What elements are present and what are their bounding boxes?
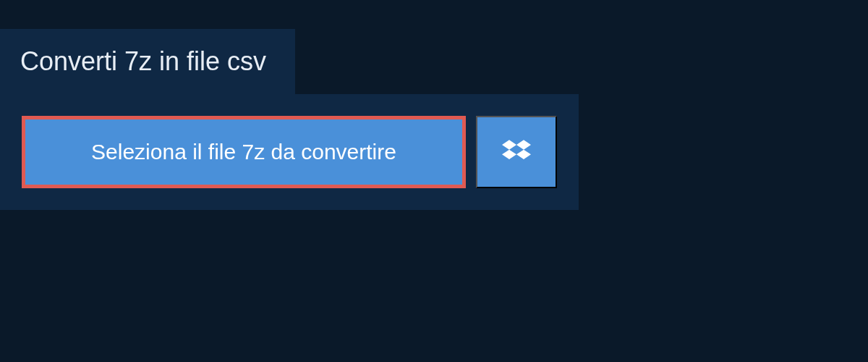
upload-panel: Seleziona il file 7z da convertire bbox=[0, 94, 579, 210]
tab-header: Converti 7z in file csv bbox=[0, 29, 295, 94]
dropbox-button[interactable] bbox=[476, 116, 557, 188]
select-file-label: Seleziona il file 7z da convertire bbox=[91, 140, 396, 164]
select-file-button[interactable]: Seleziona il file 7z da convertire bbox=[22, 116, 466, 188]
page-title: Converti 7z in file csv bbox=[20, 46, 266, 77]
dropbox-icon bbox=[502, 138, 531, 167]
button-row: Seleziona il file 7z da convertire bbox=[22, 116, 557, 188]
